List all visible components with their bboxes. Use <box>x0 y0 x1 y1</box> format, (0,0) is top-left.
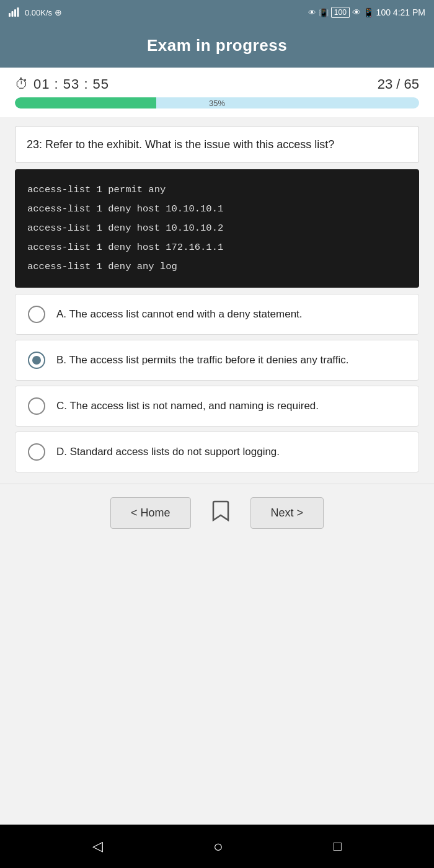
radio-b[interactable] <box>28 352 45 369</box>
svg-rect-1 <box>12 11 14 17</box>
network-speed: 0.00K/s <box>25 8 52 17</box>
question-text: 23: Refer to the exhibit. What is the is… <box>27 138 334 151</box>
option-a[interactable]: A. The access list cannot end with a den… <box>15 294 419 335</box>
timer-row: ⏱ 01 : 53 : 55 23 / 65 <box>0 68 434 97</box>
progress-bar-container: 35% <box>0 97 434 117</box>
bookmark-button[interactable] <box>203 495 238 531</box>
code-block: access-list 1 permit any access-list 1 d… <box>15 169 419 288</box>
question-card: 23: Refer to the exhibit. What is the is… <box>15 126 419 163</box>
exam-header: Exam in progress <box>0 25 434 68</box>
question-count: 23 / 65 <box>378 76 419 92</box>
status-left: 0.00K/s ⊕ <box>9 7 62 19</box>
home-button[interactable]: < Home <box>110 497 191 529</box>
recent-button[interactable]: □ <box>334 838 342 854</box>
options-container: A. The access list cannot end with a den… <box>15 294 419 472</box>
status-bar: 0.00K/s ⊕ 👁 📳 100 👁 📱 100 4:21 PM <box>0 0 434 25</box>
home-nav-button[interactable]: ○ <box>213 837 223 856</box>
radio-c[interactable] <box>28 397 45 415</box>
code-line-3: access-list 1 deny host 10.10.10.2 <box>27 219 407 238</box>
radio-d[interactable] <box>28 443 45 461</box>
timer-display: 01 : 53 : 55 <box>33 76 109 92</box>
timer-left: ⏱ 01 : 53 : 55 <box>15 76 109 92</box>
radio-inner-b <box>32 356 41 365</box>
time: 👁 📱 100 4:21 PM <box>352 7 425 17</box>
battery-icon: 100 <box>331 7 350 18</box>
option-b[interactable]: B. The access list permits the traffic b… <box>15 340 419 381</box>
usb-icon: ⊕ <box>55 7 62 17</box>
progress-bar-wrap: 35% <box>15 97 419 108</box>
code-line-1: access-list 1 permit any <box>27 180 407 200</box>
radio-a[interactable] <box>28 306 45 323</box>
next-button[interactable]: Next > <box>250 497 324 529</box>
code-line-4: access-list 1 deny host 172.16.1.1 <box>27 238 407 257</box>
timer-icon: ⏱ <box>15 76 29 92</box>
svg-rect-3 <box>17 7 19 17</box>
option-b-text: B. The access list permits the traffic b… <box>56 353 349 368</box>
status-right: 👁 📳 100 👁 📱 100 4:21 PM <box>308 7 425 18</box>
signal-icon <box>9 7 22 19</box>
option-d[interactable]: D. Standard access lists do not support … <box>15 432 419 472</box>
option-a-text: A. The access list cannot end with a den… <box>56 307 303 322</box>
svg-rect-0 <box>9 13 11 17</box>
phone-frame: 0.00K/s ⊕ 👁 📳 100 👁 📱 100 4:21 PM Exam i… <box>0 0 434 868</box>
bottom-nav: < Home Next > <box>0 484 434 541</box>
code-line-5: access-list 1 deny any log <box>27 257 407 277</box>
option-d-text: D. Standard access lists do not support … <box>56 445 280 460</box>
android-nav-bar: ◁ ○ □ <box>0 825 434 868</box>
option-c-text: C. The access list is not named, and nam… <box>56 399 319 414</box>
vibrate-icon: 📳 <box>319 8 329 17</box>
back-button[interactable]: ◁ <box>92 838 103 854</box>
exam-title: Exam in progress <box>147 36 287 55</box>
code-line-2: access-list 1 deny host 10.10.10.1 <box>27 200 407 219</box>
svg-rect-2 <box>14 9 16 17</box>
progress-label: 35% <box>15 99 419 108</box>
eye-icon: 👁 <box>308 8 316 17</box>
content-area: ⏱ 01 : 53 : 55 23 / 65 35% 23: Refer to … <box>0 68 434 825</box>
option-c[interactable]: C. The access list is not named, and nam… <box>15 386 419 427</box>
